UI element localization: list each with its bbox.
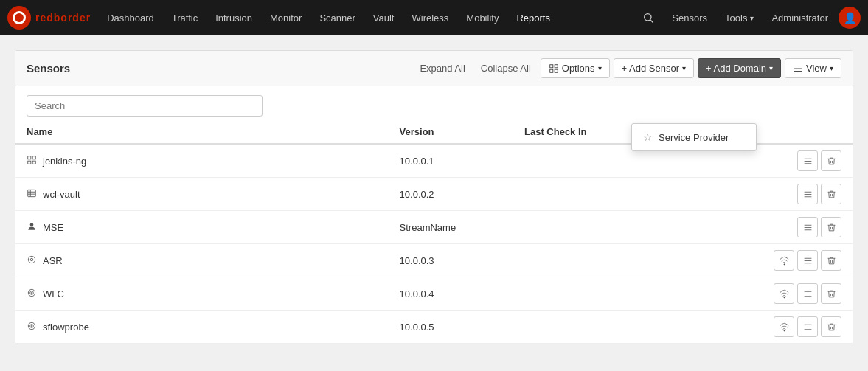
sensor-name-label: ASR xyxy=(43,255,63,266)
sensor-name-cell: ASR xyxy=(27,254,378,267)
sensors-nav-button[interactable]: Sensors xyxy=(664,0,715,35)
delete-action-button[interactable] xyxy=(821,316,841,337)
sensor-last-check-in xyxy=(513,277,638,311)
table-row: WLC 10.0.0.4 xyxy=(15,277,853,311)
sensor-name-label: WLC xyxy=(43,288,64,299)
sensor-type-icon xyxy=(27,321,37,333)
view-caret-icon: ▾ xyxy=(830,64,833,72)
brand-name: redborder xyxy=(35,12,91,24)
list-icon xyxy=(803,289,813,299)
view-button[interactable]: View ▾ xyxy=(785,58,841,78)
search-button[interactable] xyxy=(635,0,662,35)
tools-nav-label: Tools xyxy=(725,13,747,24)
nav-monitor[interactable]: Monitor xyxy=(261,0,310,35)
nav-items: Dashboard Traffic Intrusion Monitor Scan… xyxy=(98,0,635,35)
sensors-title: Sensors xyxy=(27,62,70,74)
expand-all-button[interactable]: Expand All xyxy=(414,59,471,77)
tools-nav-button[interactable]: Tools ▾ xyxy=(718,0,761,35)
row-actions xyxy=(774,283,841,304)
trash-icon xyxy=(827,322,836,332)
svg-point-42 xyxy=(31,325,32,326)
svg-point-29 xyxy=(783,263,784,264)
wifi-action-button[interactable] xyxy=(774,316,794,337)
sensors-nav-label: Sensors xyxy=(672,13,707,24)
add-domain-dropdown: ☆ Service Provider xyxy=(631,123,757,151)
sensors-actions: Expand All Collapse All Options ▾ + Add … xyxy=(414,58,841,78)
svg-point-0 xyxy=(645,14,651,21)
options-label: Options xyxy=(562,63,595,74)
sensors-panel: Sensors Expand All Collapse All Options … xyxy=(15,50,853,344)
options-button[interactable]: Options ▾ xyxy=(541,58,610,78)
row-actions xyxy=(774,316,841,337)
trash-icon xyxy=(827,256,836,266)
svg-point-23 xyxy=(30,223,34,226)
svg-rect-9 xyxy=(28,156,31,159)
administrator-nav-button[interactable]: Administrator xyxy=(764,0,836,35)
list-icon xyxy=(803,156,813,166)
sensor-name-cell: wcl-vault xyxy=(27,188,378,201)
sensor-name-label: sflowprobe xyxy=(43,322,89,333)
list-icon xyxy=(803,256,813,266)
svg-rect-4 xyxy=(550,69,553,72)
nav-wireless[interactable]: Wireless xyxy=(403,0,457,35)
collapse-all-button[interactable]: Collapse All xyxy=(475,59,537,77)
list-action-button[interactable] xyxy=(797,184,818,204)
sensor-name-label: jenkins-ng xyxy=(43,156,86,167)
delete-action-button[interactable] xyxy=(821,184,841,204)
sensor-version: StreamName xyxy=(389,211,513,244)
table-row: MSE StreamName xyxy=(15,211,853,244)
add-sensor-button[interactable]: + Add Sensor ▾ xyxy=(614,58,694,78)
table-row: sflowprobe 10.0.0.5 xyxy=(15,311,853,344)
nav-traffic[interactable]: Traffic xyxy=(163,0,206,35)
nav-right: Sensors Tools ▾ Administrator 👤 xyxy=(635,0,861,35)
list-action-button[interactable] xyxy=(797,250,818,271)
add-domain-label: + Add Domain xyxy=(706,63,766,74)
nav-scanner[interactable]: Scanner xyxy=(310,0,364,35)
list-icon xyxy=(803,322,813,332)
sensor-name-cell: sflowprobe xyxy=(27,321,378,333)
col-actions xyxy=(763,120,853,144)
list-action-button[interactable] xyxy=(797,283,818,304)
list-icon xyxy=(803,190,813,199)
svg-point-43 xyxy=(783,330,784,330)
row-actions xyxy=(774,150,841,171)
sensor-version: 10.0.0.5 xyxy=(389,311,513,344)
add-domain-caret-icon: ▾ xyxy=(769,64,773,72)
svg-rect-5 xyxy=(555,69,558,72)
user-avatar[interactable]: 👤 xyxy=(839,7,861,29)
delete-action-button[interactable] xyxy=(821,250,841,271)
add-domain-button[interactable]: + Add Domain ▾ xyxy=(698,58,781,78)
delete-action-button[interactable] xyxy=(821,283,841,304)
sensor-type-icon xyxy=(27,155,37,167)
service-provider-item[interactable]: ☆ Service Provider xyxy=(632,124,756,150)
col-version: Version xyxy=(389,120,513,144)
search-input[interactable] xyxy=(27,95,263,117)
delete-action-button[interactable] xyxy=(821,217,841,237)
svg-rect-12 xyxy=(32,161,35,164)
sensor-last-check-in xyxy=(513,178,638,211)
list-action-button[interactable] xyxy=(797,316,818,337)
nav-vault[interactable]: Vault xyxy=(364,0,403,35)
brand-logo[interactable]: redborder xyxy=(7,6,91,30)
sensor-last-check-in xyxy=(513,244,638,277)
nav-mobility[interactable]: Mobility xyxy=(457,0,507,35)
nav-reports[interactable]: Reports xyxy=(507,0,559,35)
nav-dashboard[interactable]: Dashboard xyxy=(98,0,163,35)
col-last-check-in: Last Check In xyxy=(513,120,638,144)
sensor-policies xyxy=(638,178,763,211)
list-action-button[interactable] xyxy=(797,150,818,171)
trash-icon xyxy=(827,156,836,166)
sensor-type-icon xyxy=(27,288,37,300)
sensors-header: Sensors Expand All Collapse All Options … xyxy=(15,51,853,86)
svg-rect-10 xyxy=(32,156,35,159)
main-content: Sensors Expand All Collapse All Options … xyxy=(0,35,868,359)
list-action-button[interactable] xyxy=(797,217,818,237)
nav-intrusion[interactable]: Intrusion xyxy=(206,0,261,35)
wifi-action-button[interactable] xyxy=(774,250,794,271)
delete-action-button[interactable] xyxy=(821,150,841,171)
sensor-name-cell: WLC xyxy=(27,288,378,300)
administrator-nav-label: Administrator xyxy=(771,13,828,24)
sensor-version: 10.0.0.1 xyxy=(389,144,513,178)
wifi-action-button[interactable] xyxy=(774,283,794,304)
search-icon xyxy=(642,12,654,24)
